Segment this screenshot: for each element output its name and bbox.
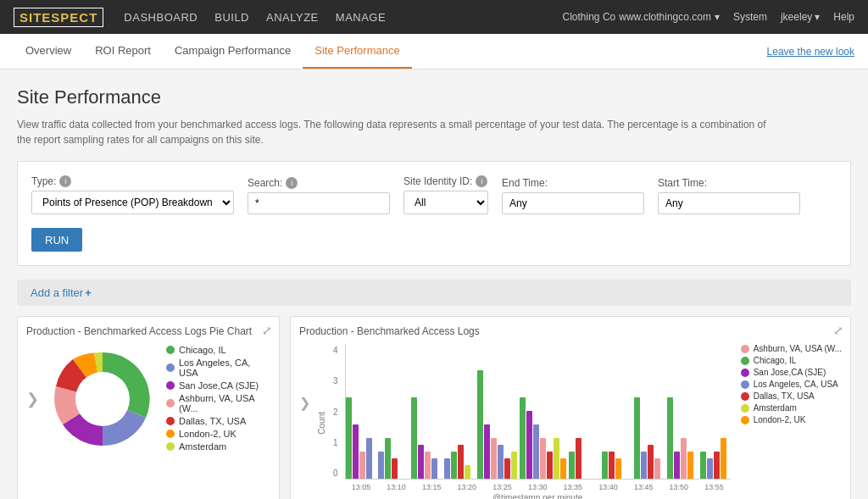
- legend-dot-chicago: [166, 346, 175, 354]
- logo-spect: SPECT: [51, 10, 97, 25]
- x-tick-label: 13:25: [486, 483, 519, 491]
- bar-segment: [418, 445, 424, 479]
- end-time-label: End Time:: [502, 177, 644, 189]
- pie-legend: Chicago, IL Los Angeles, CA, USA San Jos…: [166, 345, 270, 454]
- nav-dashboard[interactable]: DASHBOARD: [124, 11, 198, 24]
- x-tick-label: 13:30: [521, 483, 554, 491]
- bar-segment: [353, 424, 359, 479]
- type-label: Type: i: [31, 175, 234, 187]
- legend-dot-dallas: [166, 417, 175, 425]
- bar-segment: [378, 452, 384, 479]
- legend-item-la: Los Angeles, CA, USA: [166, 358, 270, 378]
- bar-group: [444, 445, 475, 479]
- pie-chart-title: Production - Benchmarked Access Logs Pie…: [26, 325, 270, 337]
- bar-segment: [554, 438, 559, 479]
- page-title: Site Performance: [17, 86, 851, 108]
- bar-group: [346, 397, 376, 479]
- x-tick-label: 13:40: [592, 483, 625, 491]
- pie-chart-svg: [47, 344, 158, 454]
- bar-segment: [411, 397, 417, 479]
- bar-segment: [511, 452, 517, 479]
- bar-group: [634, 397, 665, 479]
- x-tick-label: 13:15: [415, 483, 448, 491]
- bar-legend-amsterdam: Amsterdam: [741, 403, 842, 413]
- filter-row: Type: i Points of Presence (POP) Breakdo…: [31, 175, 837, 252]
- bar-segment: [385, 438, 391, 479]
- bar-segment: [425, 452, 431, 479]
- bar-segment: [687, 452, 693, 479]
- site-id-info-icon[interactable]: i: [476, 175, 487, 187]
- bar-segment: [615, 458, 621, 479]
- x-axis-ticks: 13:0513:1013:1513:2013:2513:3013:3513:40…: [345, 483, 731, 491]
- charts-row: Production - Benchmarked Access Logs Pie…: [17, 316, 851, 499]
- bar-segment: [560, 458, 566, 479]
- type-select[interactable]: Points of Presence (POP) Breakdown: [31, 191, 234, 214]
- top-nav: SITESPECT DASHBOARD BUILD ANALYZE MANAGE…: [0, 0, 868, 34]
- nav-analyze[interactable]: ANALYZE: [266, 11, 319, 24]
- bar-legend-london: London-2, UK: [741, 415, 842, 424]
- run-button[interactable]: RUN: [31, 228, 82, 252]
- x-tick-label: 13:20: [451, 483, 484, 491]
- bar-group: [700, 438, 731, 479]
- company-name: Clothing Co: [563, 11, 616, 23]
- bar-group: [667, 397, 698, 479]
- user-menu[interactable]: jkeeley ▾: [781, 11, 820, 23]
- bar-group: [477, 370, 517, 479]
- subnav-site-performance[interactable]: Site Performance: [303, 34, 411, 69]
- bar-chart-main: ❯ Count 4 3 2 1 0 13:0513:1013:1513:2: [299, 344, 842, 499]
- top-nav-links: DASHBOARD BUILD ANALYZE MANAGE: [124, 11, 562, 24]
- end-time-input[interactable]: [502, 192, 644, 214]
- search-input[interactable]: [248, 192, 390, 214]
- bar-segment: [641, 452, 647, 479]
- sub-nav-links: Overview ROI Report Campaign Performance…: [14, 34, 767, 69]
- help-link[interactable]: Help: [833, 11, 854, 23]
- bar-segment: [491, 438, 497, 479]
- legend-dot-london: [166, 430, 175, 438]
- company-url: www.clothingco.com: [619, 11, 711, 23]
- bar-chart-expand-icon[interactable]: ⤢: [833, 324, 843, 337]
- bar-segment: [444, 458, 450, 479]
- pie-chart-expand-icon[interactable]: ⤢: [262, 324, 272, 337]
- bar-segment: [359, 452, 365, 479]
- type-info-icon[interactable]: i: [59, 175, 71, 187]
- bar-segment: [721, 438, 726, 479]
- page-content: Site Performance View traffic data colle…: [0, 69, 868, 499]
- search-label-text: Search:: [248, 177, 282, 189]
- filter-panel: Type: i Points of Presence (POP) Breakdo…: [17, 161, 851, 266]
- bar-segment: [533, 424, 539, 479]
- y-axis-ticks: 4 3 2 1 0: [333, 344, 338, 480]
- x-tick-label: 13:35: [557, 483, 590, 491]
- subnav-roi-report[interactable]: ROI Report: [83, 34, 163, 69]
- bar-nav-icon[interactable]: ❯: [299, 395, 310, 411]
- site-id-select[interactable]: All: [403, 191, 488, 214]
- legend-dot-sanjose: [166, 381, 175, 390]
- subnav-overview[interactable]: Overview: [14, 34, 83, 69]
- bar-segment: [576, 438, 581, 479]
- pie-nav-icon[interactable]: ❯: [26, 390, 39, 408]
- system-link[interactable]: System: [733, 11, 767, 23]
- bar-segment: [346, 397, 352, 479]
- logo-site: SITE: [19, 10, 51, 25]
- end-time-field: End Time:: [502, 177, 644, 214]
- bar-chart-title: Production - Benchmarked Access Logs: [299, 325, 842, 337]
- bar-group: [602, 452, 632, 479]
- leave-new-look-link[interactable]: Leave the new look: [767, 46, 854, 58]
- legend-item-ashburn: Ashburn, VA, USA (W...: [166, 393, 270, 413]
- bar-segment: [540, 438, 546, 479]
- bar-chart-with-xaxis: 13:0513:1013:1513:2013:2513:3013:3513:40…: [345, 344, 731, 499]
- bar-segment: [648, 445, 654, 479]
- type-field: Type: i Points of Presence (POP) Breakdo…: [31, 175, 234, 214]
- site-id-label-text: Site Identity ID:: [403, 175, 472, 187]
- add-filter-link[interactable]: Add a filter+: [31, 286, 92, 299]
- logo: SITESPECT: [14, 8, 103, 27]
- company-selector[interactable]: Clothing Co www.clothingco.com ▾: [563, 11, 720, 23]
- bar-segment: [431, 458, 437, 479]
- nav-manage[interactable]: MANAGE: [336, 11, 386, 24]
- search-info-icon[interactable]: i: [286, 177, 298, 189]
- start-time-input[interactable]: [658, 192, 800, 214]
- bar-group: [411, 397, 442, 479]
- bar-segment: [477, 370, 483, 479]
- subnav-campaign-performance[interactable]: Campaign Performance: [163, 34, 303, 69]
- bar-segment: [674, 452, 680, 479]
- nav-build[interactable]: BUILD: [214, 11, 249, 24]
